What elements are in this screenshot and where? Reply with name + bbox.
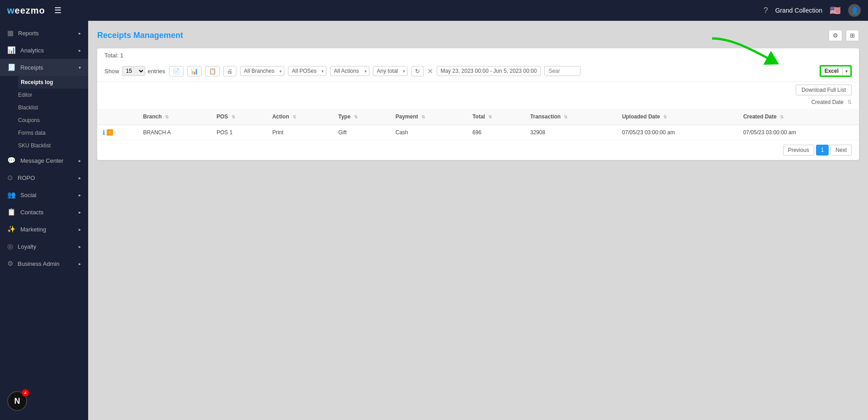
sidebar-subitem-sku-blacklist[interactable]: SKU Blacklist xyxy=(18,139,88,152)
sidebar-subitem-coupons[interactable]: Coupons xyxy=(18,114,88,127)
analytics-icon: 📊 xyxy=(7,46,16,54)
social-icon: 👥 xyxy=(7,191,16,199)
sidebar-subitem-receipts-log[interactable]: Receipts log xyxy=(18,76,88,89)
pos-filter[interactable]: All POSes xyxy=(288,66,326,76)
col-header-type[interactable]: Type ⇅ xyxy=(333,109,390,125)
download-full-list-button[interactable]: Download Full List xyxy=(796,85,852,95)
sidebar-subitem-editor[interactable]: Editor xyxy=(18,89,88,101)
hamburger-icon[interactable]: ☰ xyxy=(54,5,61,15)
sidebar-item-marketing[interactable]: ✨ Marketing ▸ xyxy=(0,221,88,238)
search-input[interactable] xyxy=(544,66,580,76)
contacts-arrow: ▸ xyxy=(79,210,81,215)
row-pos: POS 1 xyxy=(211,125,267,140)
total-filter[interactable]: Any total xyxy=(373,66,408,76)
row-branch: BRANCH A xyxy=(137,125,211,140)
branches-filter[interactable]: All Branches xyxy=(240,66,284,76)
col-header-action[interactable]: Action ⇅ xyxy=(267,109,333,125)
sidebar-label-reports: Reports xyxy=(18,30,39,37)
export-pdf-icon-btn[interactable]: 📄 xyxy=(169,66,184,76)
row-action: Print xyxy=(267,125,333,140)
sidebar-item-contacts[interactable]: 📋 Contacts ▸ xyxy=(0,203,88,221)
entries-label: entries xyxy=(148,68,165,75)
org-name: Grand Collection xyxy=(775,7,822,14)
sidebar-label-social: Social xyxy=(20,192,36,198)
excel-caret-icon[interactable]: ▾ xyxy=(842,67,850,75)
topbar: weezmo ☰ ? Grand Collection 🇺🇸 👤 xyxy=(0,0,868,21)
sidebar-subitem-blacklist[interactable]: Blacklist xyxy=(18,101,88,114)
sidebar-label-contacts: Contacts xyxy=(20,209,43,216)
table-header-row: Branch ⇅ POS ⇅ Action ⇅ Type xyxy=(97,109,859,125)
sidebar-item-loyalty[interactable]: ◎ Loyalty ▸ xyxy=(0,238,88,255)
excel-dropdown[interactable]: Excel ▾ xyxy=(820,65,852,77)
flag-icon[interactable]: 🇺🇸 xyxy=(830,5,841,16)
sidebar-item-business-admin[interactable]: ⚙ Business Admin ▸ xyxy=(0,255,88,272)
payment-sort-icon: ⇅ xyxy=(421,114,425,119)
row-transaction: 32908 xyxy=(525,125,617,140)
toolbar-right: Excel ▾ xyxy=(820,65,852,77)
settings-button[interactable]: ⚙ xyxy=(829,30,842,41)
total-filter-wrap: Any total xyxy=(373,66,408,76)
table-row: ℹ ! BRANCH A POS 1 Print Gift Cash 696 3… xyxy=(97,125,859,140)
refresh-button[interactable]: ↻ xyxy=(411,66,424,76)
col-header-payment[interactable]: Payment ⇅ xyxy=(390,109,467,125)
sidebar-label-marketing: Marketing xyxy=(20,226,46,233)
loyalty-icon: ◎ xyxy=(7,242,13,250)
sidebar-subitem-forms-data[interactable]: Forms data xyxy=(18,127,88,139)
main-layout: ▦ Reports ▸ 📊 Analytics ▸ 🧾 Receipts ▾ R… xyxy=(0,21,868,420)
col-header-total[interactable]: Total ⇅ xyxy=(467,109,525,125)
date-range-display[interactable]: May 23, 2023 00:00 - Jun 5, 2023 00:00 xyxy=(437,66,541,76)
receipts-icon: 🧾 xyxy=(7,63,16,71)
page-1-button[interactable]: 1 xyxy=(816,145,829,156)
print-icon-btn[interactable]: 🖨 xyxy=(223,66,236,76)
marketing-icon: ✨ xyxy=(7,225,16,233)
sidebar: ▦ Reports ▸ 📊 Analytics ▸ 🧾 Receipts ▾ R… xyxy=(0,21,88,420)
sidebar-label-analytics: Analytics xyxy=(20,47,44,54)
info-icon[interactable]: ℹ xyxy=(103,129,105,136)
actions-filter[interactable]: All Actions xyxy=(330,66,369,76)
next-button[interactable]: Next xyxy=(830,145,852,156)
col-header-transaction[interactable]: Transaction ⇅ xyxy=(525,109,617,125)
col-header-pos[interactable]: POS ⇅ xyxy=(211,109,267,125)
grid-view-button[interactable]: ⊞ xyxy=(846,30,859,41)
loyalty-arrow: ▸ xyxy=(79,244,81,249)
entries-select[interactable]: 15 25 50 100 xyxy=(122,66,145,76)
row-total: 696 xyxy=(467,125,525,140)
receipts-submenu: Receipts log Editor Blacklist Coupons Fo… xyxy=(0,76,88,152)
page-header: Receipts Management ⚙ ⊞ xyxy=(97,30,859,41)
col-header-created-date[interactable]: Created Date ⇅ xyxy=(738,109,859,125)
sidebar-item-reports[interactable]: ▦ Reports ▸ xyxy=(0,24,88,42)
sidebar-item-message-center[interactable]: 💬 Message Center ▸ xyxy=(0,152,88,169)
reports-icon: ▦ xyxy=(7,29,14,37)
content-area: Receipts Management ⚙ ⊞ Total: 1 Show 15… xyxy=(88,21,868,420)
page-title-suffix: Management xyxy=(133,31,183,40)
help-icon[interactable]: ? xyxy=(764,6,768,15)
created-date-filter-row: Created Date ⇅ xyxy=(97,98,859,109)
previous-button[interactable]: Previous xyxy=(783,145,814,156)
message-center-icon: 💬 xyxy=(7,156,16,165)
sidebar-item-receipts[interactable]: 🧾 Receipts ▾ xyxy=(0,59,88,76)
page-title-prefix: Receipts xyxy=(97,31,131,40)
uploaded-date-sort-icon: ⇅ xyxy=(663,114,667,119)
ropo-icon: ⊙ xyxy=(7,174,13,182)
business-admin-arrow: ▸ xyxy=(79,261,81,266)
col-header-uploaded-date[interactable]: Uploaded Date ⇅ xyxy=(617,109,738,125)
sidebar-item-analytics[interactable]: 📊 Analytics ▸ xyxy=(0,42,88,59)
notification-avatar[interactable]: N 4 xyxy=(7,391,27,411)
created-date-sort-icon[interactable]: ⇅ xyxy=(847,99,852,105)
download-row: Download Full List xyxy=(97,82,859,98)
export-copy-icon-btn[interactable]: 📋 xyxy=(205,66,220,76)
branches-filter-wrap: All Branches xyxy=(240,66,284,76)
transaction-sort-icon: ⇅ xyxy=(564,114,567,119)
row-created-date: 07/05/23 03:00:00 am xyxy=(738,125,859,140)
sidebar-item-social[interactable]: 👥 Social ▸ xyxy=(0,186,88,203)
user-avatar[interactable]: 👤 xyxy=(848,4,861,17)
export-csv-icon-btn[interactable]: 📊 xyxy=(187,66,202,76)
show-entries: Show 15 25 50 100 entries xyxy=(104,66,165,76)
col-header-branch[interactable]: Branch ⇅ xyxy=(137,109,211,125)
excel-label: Excel xyxy=(821,66,842,76)
row-uploaded-date: 07/05/23 03:00:00 am xyxy=(617,125,738,140)
clear-filter-button[interactable]: ✕ xyxy=(427,67,433,76)
sidebar-item-ropo[interactable]: ⊙ ROPO ▸ xyxy=(0,169,88,186)
analytics-arrow: ▸ xyxy=(79,48,81,53)
page-actions: ⚙ ⊞ xyxy=(829,30,859,41)
